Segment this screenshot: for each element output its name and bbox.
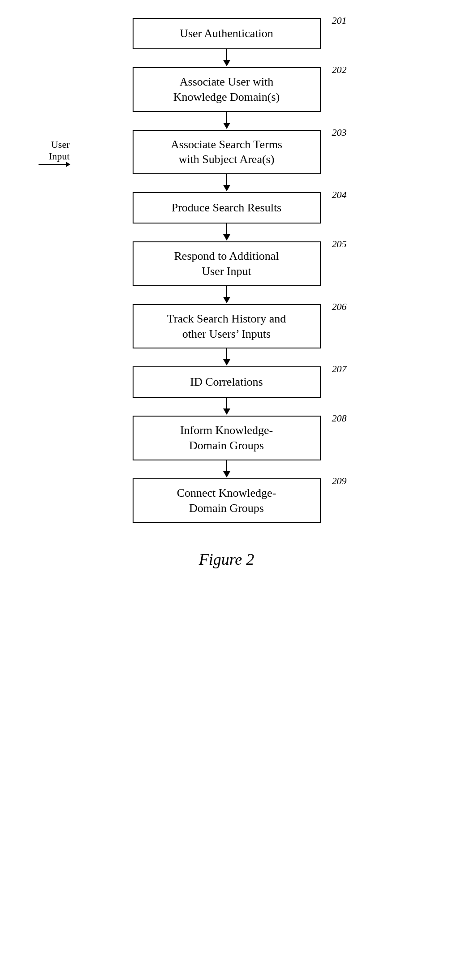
box-label-204: Produce Search Results [172,200,282,215]
box-206: Track Search History and other Users’ In… [133,304,321,349]
box-208: Inform Knowledge- Domain Groups 208 [133,416,321,460]
box-203: Associate Search Terms with Subject Area… [133,130,321,175]
figure-caption: Figure 2 [199,550,255,569]
side-arrow [39,164,70,165]
arrow-202-203 [97,112,357,130]
box-204: Produce Search Results 204 [133,192,321,224]
step-row-204: Produce Search Results 204 [97,192,357,224]
box-201: User Authentication 201 [133,18,321,49]
arrow-205-206 [97,286,357,304]
side-arrow-line [39,164,70,165]
step-row-206: Track Search History and other Users’ In… [97,304,357,349]
arrow-207-208 [97,398,357,416]
arrow-204-205 [97,224,357,241]
box-label-203: Associate Search Terms with Subject Area… [171,137,282,168]
box-205: Respond to Additional User Input 205 [133,241,321,286]
box-label-207: ID Correlations [190,374,263,390]
step-row-207: ID Correlations 207 [97,366,357,398]
box-202: Associate User with Knowledge Domain(s) … [133,67,321,112]
step-row-201: User Authentication 201 [97,18,357,49]
step-num-207: 207 [332,363,347,376]
step-num-203: 203 [332,126,347,139]
step-num-208: 208 [332,412,347,425]
box-209: Connect Knowledge- Domain Groups 209 [133,478,321,523]
box-label-205: Respond to Additional User Input [174,249,279,279]
arrow-201-202 [97,49,357,67]
side-label-user-input: User Input [39,139,70,165]
step-num-209: 209 [332,475,347,488]
box-label-206: Track Search History and other Users’ In… [167,311,286,342]
box-label-209: Connect Knowledge- Domain Groups [177,486,276,516]
step-num-201: 201 [332,14,347,27]
step-row-209: Connect Knowledge- Domain Groups 209 [97,478,357,523]
step-num-204: 204 [332,189,347,202]
box-label-201: User Authentication [180,26,273,41]
step-num-206: 206 [332,301,347,314]
box-207: ID Correlations 207 [133,366,321,398]
step-row-203: User Input Associate Search Terms with S… [97,130,357,175]
arrow-203-204 [97,174,357,192]
step-num-202: 202 [332,64,347,77]
arrow-206-207 [97,348,357,366]
flow-wrapper: User Authentication 201 Associate User w… [97,18,357,523]
step-num-205: 205 [332,238,347,251]
box-label-208: Inform Knowledge- Domain Groups [180,423,273,453]
arrow-208-209 [97,460,357,478]
step-row-208: Inform Knowledge- Domain Groups 208 [97,416,357,460]
step-row-202: Associate User with Knowledge Domain(s) … [97,67,357,112]
step-row-205: Respond to Additional User Input 205 [97,241,357,286]
box-label-202: Associate User with Knowledge Domain(s) [173,74,280,105]
diagram-container: User Authentication 201 Associate User w… [0,0,453,596]
